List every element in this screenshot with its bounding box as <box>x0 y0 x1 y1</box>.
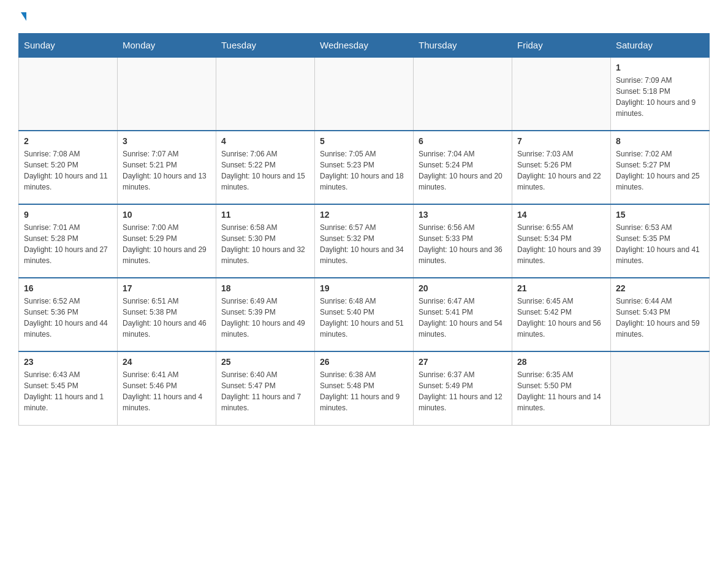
calendar-body: 1Sunrise: 7:09 AM Sunset: 5:18 PM Daylig… <box>19 57 710 425</box>
day-info: Sunrise: 6:57 AM Sunset: 5:32 PM Dayligh… <box>320 222 408 266</box>
day-number: 14 <box>517 210 605 220</box>
day-number: 16 <box>24 283 112 293</box>
calendar-cell: 7Sunrise: 7:03 AM Sunset: 5:26 PM Daylig… <box>512 131 611 204</box>
day-info: Sunrise: 6:45 AM Sunset: 5:42 PM Dayligh… <box>517 296 605 340</box>
day-info: Sunrise: 7:03 AM Sunset: 5:26 PM Dayligh… <box>517 148 605 193</box>
calendar-cell <box>216 57 315 131</box>
calendar-cell <box>19 57 118 131</box>
day-info: Sunrise: 6:40 AM Sunset: 5:47 PM Dayligh… <box>221 369 309 413</box>
day-number: 3 <box>123 136 211 146</box>
day-info: Sunrise: 6:55 AM Sunset: 5:34 PM Dayligh… <box>517 222 605 266</box>
day-number: 24 <box>123 357 211 367</box>
day-info: Sunrise: 6:38 AM Sunset: 5:48 PM Dayligh… <box>320 369 408 413</box>
calendar-cell: 15Sunrise: 6:53 AM Sunset: 5:35 PM Dayli… <box>611 204 710 278</box>
day-number: 4 <box>221 136 309 146</box>
day-number: 13 <box>419 210 507 220</box>
calendar-cell: 9Sunrise: 7:01 AM Sunset: 5:28 PM Daylig… <box>19 204 118 278</box>
day-number: 26 <box>320 357 408 367</box>
day-number: 8 <box>616 136 704 146</box>
day-number: 27 <box>419 357 507 367</box>
calendar-cell <box>118 57 216 131</box>
day-info: Sunrise: 6:44 AM Sunset: 5:43 PM Dayligh… <box>616 296 704 340</box>
day-number: 9 <box>24 210 112 220</box>
calendar-week-2: 9Sunrise: 7:01 AM Sunset: 5:28 PM Daylig… <box>19 204 710 278</box>
day-number: 18 <box>221 283 309 293</box>
day-info: Sunrise: 7:01 AM Sunset: 5:28 PM Dayligh… <box>24 222 112 266</box>
calendar-week-3: 16Sunrise: 6:52 AM Sunset: 5:36 PM Dayli… <box>19 278 710 351</box>
day-info: Sunrise: 6:58 AM Sunset: 5:30 PM Dayligh… <box>221 222 309 266</box>
header-day-saturday: Saturday <box>611 34 710 58</box>
logo-arrow-icon <box>21 12 26 21</box>
day-info: Sunrise: 6:51 AM Sunset: 5:38 PM Dayligh… <box>123 296 211 340</box>
day-number: 19 <box>320 283 408 293</box>
calendar-cell: 25Sunrise: 6:40 AM Sunset: 5:47 PM Dayli… <box>216 351 315 425</box>
calendar-table: SundayMondayTuesdayWednesdayThursdayFrid… <box>18 33 710 426</box>
day-number: 21 <box>517 283 605 293</box>
calendar-cell <box>512 57 611 131</box>
calendar-cell: 14Sunrise: 6:55 AM Sunset: 5:34 PM Dayli… <box>512 204 611 278</box>
day-info: Sunrise: 6:48 AM Sunset: 5:40 PM Dayligh… <box>320 296 408 340</box>
calendar-cell: 28Sunrise: 6:35 AM Sunset: 5:50 PM Dayli… <box>512 351 611 425</box>
calendar-cell: 6Sunrise: 7:04 AM Sunset: 5:24 PM Daylig… <box>414 131 512 204</box>
calendar-cell: 23Sunrise: 6:43 AM Sunset: 5:45 PM Dayli… <box>19 351 118 425</box>
day-number: 28 <box>517 357 605 367</box>
day-info: Sunrise: 7:00 AM Sunset: 5:29 PM Dayligh… <box>123 222 211 266</box>
calendar-cell <box>315 57 414 131</box>
calendar-week-0: 1Sunrise: 7:09 AM Sunset: 5:18 PM Daylig… <box>19 57 710 131</box>
calendar-cell: 20Sunrise: 6:47 AM Sunset: 5:41 PM Dayli… <box>414 278 512 351</box>
calendar-cell: 26Sunrise: 6:38 AM Sunset: 5:48 PM Dayli… <box>315 351 414 425</box>
day-number: 15 <box>616 210 704 220</box>
calendar-cell: 19Sunrise: 6:48 AM Sunset: 5:40 PM Dayli… <box>315 278 414 351</box>
calendar-cell: 13Sunrise: 6:56 AM Sunset: 5:33 PM Dayli… <box>414 204 512 278</box>
day-info: Sunrise: 7:08 AM Sunset: 5:20 PM Dayligh… <box>24 148 112 193</box>
calendar-cell: 5Sunrise: 7:05 AM Sunset: 5:23 PM Daylig… <box>315 131 414 204</box>
day-number: 6 <box>419 136 507 146</box>
calendar-cell: 8Sunrise: 7:02 AM Sunset: 5:27 PM Daylig… <box>611 131 710 204</box>
day-number: 23 <box>24 357 112 367</box>
day-number: 2 <box>24 136 112 146</box>
calendar-cell: 22Sunrise: 6:44 AM Sunset: 5:43 PM Dayli… <box>611 278 710 351</box>
header-row: SundayMondayTuesdayWednesdayThursdayFrid… <box>19 34 710 58</box>
calendar-cell: 1Sunrise: 7:09 AM Sunset: 5:18 PM Daylig… <box>611 57 710 131</box>
day-info: Sunrise: 7:09 AM Sunset: 5:18 PM Dayligh… <box>616 75 704 119</box>
day-info: Sunrise: 6:41 AM Sunset: 5:46 PM Dayligh… <box>123 369 211 413</box>
calendar-cell: 16Sunrise: 6:52 AM Sunset: 5:36 PM Dayli… <box>19 278 118 351</box>
header-day-sunday: Sunday <box>19 34 118 58</box>
day-info: Sunrise: 6:49 AM Sunset: 5:39 PM Dayligh… <box>221 296 309 340</box>
day-info: Sunrise: 6:37 AM Sunset: 5:49 PM Dayligh… <box>419 369 507 413</box>
calendar-cell: 18Sunrise: 6:49 AM Sunset: 5:39 PM Dayli… <box>216 278 315 351</box>
day-number: 10 <box>123 210 211 220</box>
calendar-cell: 17Sunrise: 6:51 AM Sunset: 5:38 PM Dayli… <box>118 278 216 351</box>
calendar-cell: 21Sunrise: 6:45 AM Sunset: 5:42 PM Dayli… <box>512 278 611 351</box>
day-number: 25 <box>221 357 309 367</box>
day-number: 20 <box>419 283 507 293</box>
page-header <box>18 12 710 21</box>
header-day-tuesday: Tuesday <box>216 34 315 58</box>
day-info: Sunrise: 6:43 AM Sunset: 5:45 PM Dayligh… <box>24 369 112 413</box>
day-info: Sunrise: 7:05 AM Sunset: 5:23 PM Dayligh… <box>320 148 408 193</box>
header-day-wednesday: Wednesday <box>315 34 414 58</box>
day-number: 1 <box>616 63 704 72</box>
day-info: Sunrise: 7:06 AM Sunset: 5:22 PM Dayligh… <box>221 148 309 193</box>
day-number: 5 <box>320 136 408 146</box>
day-number: 12 <box>320 210 408 220</box>
day-info: Sunrise: 6:56 AM Sunset: 5:33 PM Dayligh… <box>419 222 507 266</box>
day-number: 7 <box>517 136 605 146</box>
calendar-cell: 24Sunrise: 6:41 AM Sunset: 5:46 PM Dayli… <box>118 351 216 425</box>
calendar-cell: 27Sunrise: 6:37 AM Sunset: 5:49 PM Dayli… <box>414 351 512 425</box>
header-day-thursday: Thursday <box>414 34 512 58</box>
logo <box>18 12 26 21</box>
day-info: Sunrise: 6:52 AM Sunset: 5:36 PM Dayligh… <box>24 296 112 340</box>
calendar-cell <box>611 351 710 425</box>
calendar-cell: 4Sunrise: 7:06 AM Sunset: 5:22 PM Daylig… <box>216 131 315 204</box>
day-number: 11 <box>221 210 309 220</box>
day-info: Sunrise: 7:07 AM Sunset: 5:21 PM Dayligh… <box>123 148 211 193</box>
calendar-cell: 10Sunrise: 7:00 AM Sunset: 5:29 PM Dayli… <box>118 204 216 278</box>
header-day-friday: Friday <box>512 34 611 58</box>
day-number: 22 <box>616 283 704 293</box>
day-info: Sunrise: 7:04 AM Sunset: 5:24 PM Dayligh… <box>419 148 507 193</box>
calendar-header: SundayMondayTuesdayWednesdayThursdayFrid… <box>19 34 710 58</box>
day-info: Sunrise: 7:02 AM Sunset: 5:27 PM Dayligh… <box>616 148 704 193</box>
day-info: Sunrise: 6:47 AM Sunset: 5:41 PM Dayligh… <box>419 296 507 340</box>
header-day-monday: Monday <box>118 34 216 58</box>
